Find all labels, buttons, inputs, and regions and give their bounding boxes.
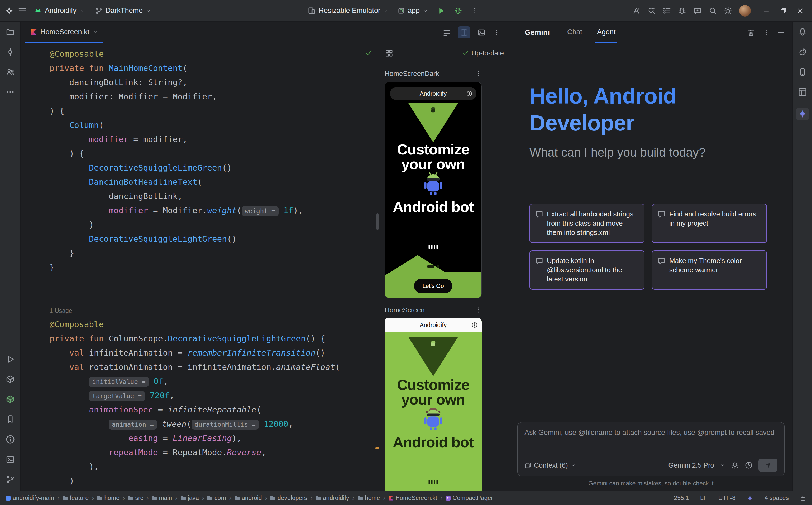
tab-agent[interactable]: Agent [595,22,617,43]
preview-grid-layout-icon[interactable] [385,49,393,57]
search-icon[interactable] [709,7,717,15]
breadcrumb-item-home[interactable]: home [358,494,380,502]
preview-headline: Android bot [385,198,481,215]
suggestion-card-update-kotlin[interactable]: Update kotlin in @libs.version.toml to t… [530,250,645,290]
breadcrumb-item-src[interactable]: src [128,494,143,502]
breadcrumb-item-java[interactable]: java [181,494,199,502]
gemini-tool-window-button[interactable] [796,108,809,120]
read-lock-icon[interactable] [800,495,806,501]
lets-go-button[interactable]: Let's Go [414,279,452,293]
breadcrumb-item-androidify-main[interactable]: androidify-main [6,494,54,502]
version-control-icon[interactable] [6,475,15,484]
caret-position[interactable]: 255:1 [674,494,689,502]
inspections-ok-icon[interactable] [365,49,373,57]
file-encoding[interactable]: UTF-8 [718,494,735,502]
vcs-branch-selector[interactable]: DarkTheme [92,4,154,17]
close-tab-icon[interactable] [93,29,98,35]
breadcrumb-item-feature[interactable]: feature [63,494,89,502]
build-icon[interactable] [6,375,15,384]
breadcrumb-label: com [215,494,226,502]
gemini-star-icon [798,109,807,119]
editor-tab-homescreen[interactable]: HomeScreen.kt [25,22,103,43]
send-button[interactable] [759,459,778,472]
run-button[interactable] [434,4,449,17]
notifications-bell-icon[interactable] [798,27,807,36]
app-insights-bug-icon[interactable] [678,7,686,15]
close-window-icon[interactable] [797,7,804,14]
code-line: Column( [49,118,380,132]
more-tool-windows-icon[interactable] [6,88,15,97]
preview-app-bar: Androidify [385,318,482,332]
gemini-options-icon[interactable] [763,29,770,36]
breadcrumb-item-CompactPager[interactable]: CCompactPager [446,494,493,502]
project-folder-icon[interactable] [6,27,15,36]
run-configuration-selector[interactable]: app [394,4,431,17]
line-separator[interactable]: LF [700,494,707,502]
code-line: private fun ColumnScope.DecorativeSquigg… [49,331,380,346]
breadcrumb-item-main[interactable]: main [152,494,172,502]
model-selector-label[interactable]: Gemini 2.5 Pro [669,461,714,469]
editor-stripe-warning-mark[interactable] [375,447,379,449]
device-explorer-icon[interactable] [798,67,807,76]
split-view-toggle[interactable] [458,26,470,38]
code-editor[interactable]: @Composableprivate fun MainHomeContent( … [21,43,380,491]
run-tool-icon[interactable] [6,355,15,364]
run-more-options[interactable] [468,5,482,17]
restore-window-icon[interactable] [780,7,787,14]
device-manager-icon[interactable] [6,415,15,424]
breadcrumb-item-com[interactable]: com [207,494,226,502]
commit-icon[interactable] [6,47,15,56]
preview-options-icon[interactable] [475,307,482,313]
breadcrumb-item-android[interactable]: android [235,494,262,502]
suggestion-card-strings[interactable]: Extract all hardcoded strings from this … [530,204,645,243]
gradle-icon[interactable] [798,47,807,56]
gemini-input-toolbar: Context (6) Gemini 2.5 Pro [525,459,778,472]
breadcrumb-item-developers[interactable]: developers [270,494,307,502]
preview-homescreendark[interactable]: Androidify Customize your own Android bo… [385,82,482,298]
gemini-chat-icon[interactable] [693,7,702,15]
breadcrumb-item-HomeScreen.kt[interactable]: HomeScreen.kt [388,494,437,502]
pull-requests-icon[interactable] [6,67,15,76]
design-view-toggle[interactable] [475,26,487,38]
editor-view-modes [441,26,504,38]
settings-gear-icon[interactable] [724,7,732,15]
device-selector[interactable]: Resizable Emulator [305,4,392,17]
context-selector[interactable]: Context (6) [525,461,576,469]
code-view-toggle[interactable] [441,26,453,38]
gemini-input-box[interactable]: Ask Gemini, use @filename to attach sour… [517,422,785,476]
debug-button[interactable] [451,4,466,17]
project-selector[interactable]: Androidify [31,4,88,17]
preview-homescreen[interactable]: Androidify Customize your own Android bo… [385,318,482,491]
device-streaming-icon[interactable] [632,7,641,15]
indent-setting[interactable]: 4 spaces [765,494,789,502]
gemini-input-placeholder[interactable]: Ask Gemini, use @filename to attach sour… [525,429,778,437]
suggestion-card-build-errors[interactable]: Find and resolve build errors in my proj… [652,204,767,243]
preview-options-icon[interactable] [475,70,482,77]
editor-options-icon[interactable] [493,28,501,36]
main-menu-icon[interactable] [18,6,27,15]
hide-panel-icon[interactable] [777,28,785,36]
ai-search-icon[interactable] [648,7,656,15]
code-content[interactable]: @Composableprivate fun MainHomeContent( … [21,43,380,488]
resizable-device-icon [308,7,316,15]
problems-icon[interactable] [6,435,15,444]
breadcrumb-item-home[interactable]: home [97,494,120,502]
task-list-icon[interactable] [663,7,671,15]
ai-status-star-icon[interactable] [746,495,753,502]
minimize-icon[interactable] [763,7,770,14]
history-clock-icon[interactable] [745,461,752,469]
delete-conversation-icon[interactable] [747,28,755,36]
user-avatar[interactable] [739,5,751,17]
package-icon[interactable] [6,395,15,404]
tab-chat[interactable]: Chat [566,22,584,43]
code-line: private fun MainHomeContent( [49,61,380,75]
editor-scrollbar-thumb[interactable] [376,213,378,230]
suggestion-card-theme-warmer[interactable]: Make my Theme's color scheme warmer [652,250,767,290]
gemini-settings-gear-icon[interactable] [731,461,739,469]
breadcrumb-item-androidify[interactable]: androidify [316,494,349,502]
chevron-down-icon[interactable] [720,463,725,468]
terminal-icon[interactable] [6,455,15,464]
layout-inspector-icon[interactable] [798,88,807,97]
git-branch-icon [95,7,103,14]
breadcrumb-separator: › [123,494,125,502]
